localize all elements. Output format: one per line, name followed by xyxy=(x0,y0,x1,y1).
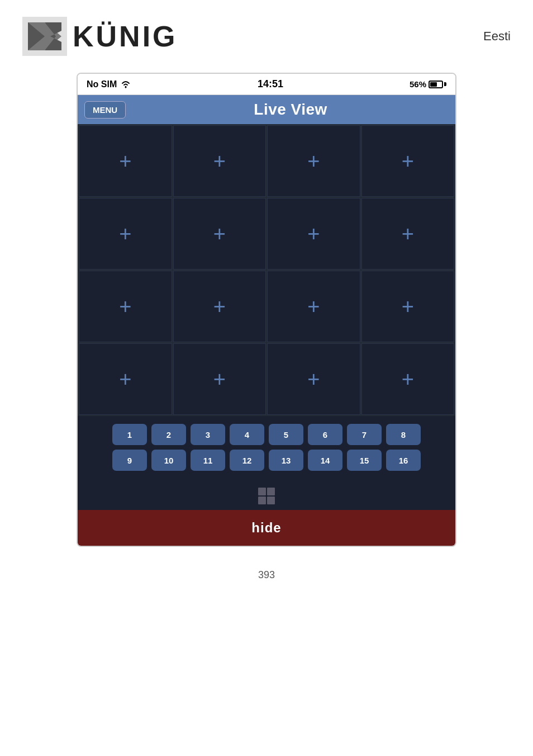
camera-cell-7[interactable]: + xyxy=(267,198,360,270)
channel-btn-13[interactable]: 13 xyxy=(269,450,303,471)
camera-cell-6[interactable]: + xyxy=(173,198,266,270)
grid-layout-cell-4 xyxy=(267,497,275,504)
language-label: Eesti xyxy=(483,29,511,44)
channel-btn-12[interactable]: 12 xyxy=(230,450,264,471)
channel-btn-15[interactable]: 15 xyxy=(347,450,382,471)
add-camera-icon-13: + xyxy=(119,368,131,390)
channel-row-1: 1 2 3 4 5 6 7 8 xyxy=(83,424,450,445)
camera-cell-8[interactable]: + xyxy=(361,198,455,270)
channel-btn-16[interactable]: 16 xyxy=(386,450,421,471)
status-bar: No SIM 14:51 56% xyxy=(78,74,455,95)
add-camera-icon-9: + xyxy=(119,296,131,317)
add-camera-icon-15: + xyxy=(307,368,320,390)
channel-row-2: 9 10 11 12 13 14 15 16 xyxy=(83,450,450,471)
camera-cell-15[interactable]: + xyxy=(267,343,360,415)
camera-cell-13[interactable]: + xyxy=(79,343,172,415)
konig-logo-icon xyxy=(22,17,67,56)
channel-btn-5[interactable]: 5 xyxy=(269,424,303,445)
channel-btn-9[interactable]: 9 xyxy=(112,450,147,471)
camera-cell-11[interactable]: + xyxy=(267,271,360,342)
battery-pct-label: 56% xyxy=(410,79,426,89)
add-camera-icon-7: + xyxy=(307,223,320,244)
hide-button[interactable]: hide xyxy=(78,510,455,546)
status-left: No SIM xyxy=(87,79,131,89)
grid-layout-cell-1 xyxy=(258,488,266,495)
logo-area: KÜNIG xyxy=(22,17,178,56)
camera-cell-14[interactable]: + xyxy=(173,343,266,415)
camera-cell-1[interactable]: + xyxy=(79,125,172,197)
grid-layout-cell-2 xyxy=(267,488,275,495)
grid-layout-cell-3 xyxy=(258,497,266,504)
channel-btn-4[interactable]: 4 xyxy=(230,424,264,445)
add-camera-icon-5: + xyxy=(119,223,131,244)
add-camera-icon-16: + xyxy=(402,368,414,390)
channel-btn-8[interactable]: 8 xyxy=(386,424,421,445)
add-camera-icon-14: + xyxy=(213,368,226,390)
camera-cell-10[interactable]: + xyxy=(173,271,266,342)
channel-selector: 1 2 3 4 5 6 7 8 9 10 11 12 13 14 15 16 xyxy=(78,416,455,483)
add-camera-icon-11: + xyxy=(307,296,320,317)
channel-btn-10[interactable]: 10 xyxy=(151,450,186,471)
page-number: 393 xyxy=(258,569,275,581)
wifi-icon xyxy=(120,80,131,88)
camera-cell-3[interactable]: + xyxy=(267,125,360,197)
grid-icon-area xyxy=(78,483,455,510)
channel-btn-6[interactable]: 6 xyxy=(308,424,342,445)
add-camera-icon-4: + xyxy=(402,150,414,172)
camera-grid: + + + + + + + + + + + + + + + + xyxy=(78,124,455,416)
konig-logo-text: KÜNIG xyxy=(73,20,178,53)
add-camera-icon-1: + xyxy=(119,150,131,172)
add-camera-icon-3: + xyxy=(307,150,320,172)
channel-btn-1[interactable]: 1 xyxy=(112,424,147,445)
nav-bar: MENU Live View xyxy=(78,95,455,124)
svg-point-4 xyxy=(125,87,127,88)
add-camera-icon-8: + xyxy=(402,223,414,244)
add-camera-icon-6: + xyxy=(213,223,226,244)
grid-layout-icon[interactable] xyxy=(258,488,275,504)
status-time: 14:51 xyxy=(258,78,283,90)
camera-cell-9[interactable]: + xyxy=(79,271,172,342)
add-camera-icon-2: + xyxy=(213,150,226,172)
page-title: Live View xyxy=(132,101,449,119)
carrier-label: No SIM xyxy=(87,79,117,89)
camera-cell-16[interactable]: + xyxy=(361,343,455,415)
phone-frame: No SIM 14:51 56% MENU Live View xyxy=(77,73,456,547)
channel-btn-7[interactable]: 7 xyxy=(347,424,382,445)
add-camera-icon-10: + xyxy=(213,296,226,317)
add-camera-icon-12: + xyxy=(402,296,414,317)
menu-button[interactable]: MENU xyxy=(84,101,126,119)
status-right: 56% xyxy=(410,79,446,89)
channel-btn-14[interactable]: 14 xyxy=(308,450,342,471)
camera-cell-4[interactable]: + xyxy=(361,125,455,197)
top-bar: KÜNIG Eesti xyxy=(0,0,533,67)
channel-btn-2[interactable]: 2 xyxy=(151,424,186,445)
camera-cell-5[interactable]: + xyxy=(79,198,172,270)
camera-cell-12[interactable]: + xyxy=(361,271,455,342)
channel-btn-3[interactable]: 3 xyxy=(191,424,225,445)
battery-icon xyxy=(429,81,446,88)
camera-cell-2[interactable]: + xyxy=(173,125,266,197)
channel-btn-11[interactable]: 11 xyxy=(191,450,225,471)
